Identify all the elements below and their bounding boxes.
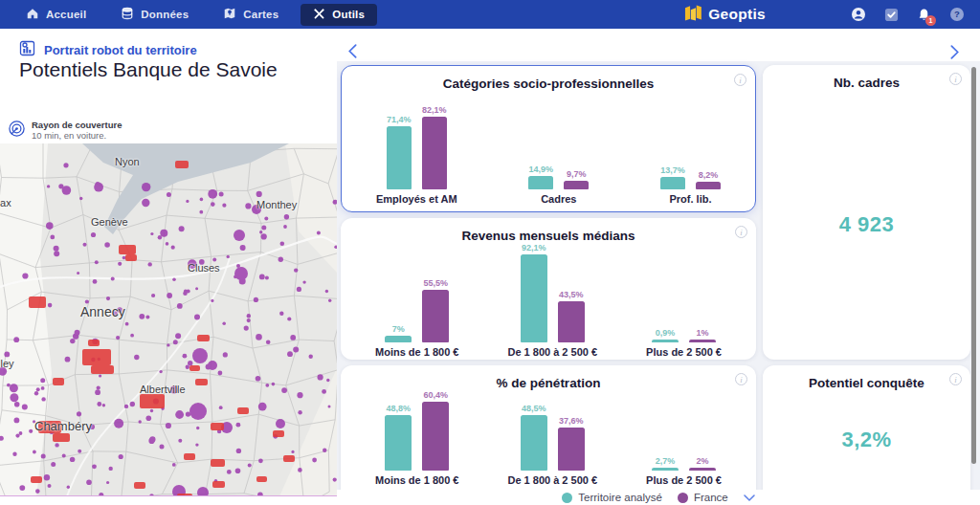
bar-value-label: 60,4% [423, 390, 448, 400]
tools-icon [313, 8, 325, 22]
svg-text:?: ? [954, 9, 960, 19]
bar-territoire-analyse [385, 415, 412, 471]
category-label: De 1 800 à 2 500 € [507, 346, 597, 358]
bar-group: 0,9%1%Plus de 2 500 € [646, 328, 722, 358]
kpi-card-potentiel-conquete[interactable]: Potentiel conquête i 3,2% [763, 365, 970, 505]
legend-chevron-down-icon[interactable] [744, 494, 755, 502]
bar-territoire-analyse [521, 415, 547, 471]
legend-item-territoire-analyse[interactable]: Territoire analysé [562, 492, 662, 503]
bar-value-label: 82,1% [422, 105, 447, 115]
bar-value-label: 37,6% [559, 416, 584, 426]
bar-group: 14,9%9,7%Cadres [528, 165, 589, 205]
bar-territoire-analyse [385, 336, 412, 342]
bar-value-label: 2% [697, 456, 709, 466]
bar-value-label: 13,7% [660, 165, 685, 175]
help-button[interactable]: ? [949, 7, 965, 22]
brand-name: Geoptis [708, 6, 766, 23]
chart-title: Revenus mensuels médians [341, 229, 756, 243]
chart-title: Catégories socio-professionnelles [342, 77, 755, 91]
map-canvas [0, 143, 337, 496]
bar-chart: 7%55,5%Moins de 1 800 €92,1%43,5%De 1 80… [341, 243, 756, 364]
bar-group: 48,8%60,4%Moins de 1 800 € [375, 390, 458, 486]
nav-item-label: Accueil [46, 9, 86, 20]
info-icon[interactable]: i [735, 226, 747, 238]
coverage-label: Rayon de couverture [32, 120, 122, 130]
bar-territoire-analyse [652, 340, 679, 342]
bar-group: 71,4%82,1%Employés et AM [376, 105, 457, 205]
carousel-prev-button[interactable] [345, 43, 360, 63]
info-icon[interactable]: i [949, 373, 962, 385]
category-label: Prof. lib. [670, 193, 712, 205]
kpi-title: Potentiel conquête [763, 376, 970, 390]
bar-value-label: 92,1% [522, 243, 546, 252]
geoptis-logo-icon [684, 4, 702, 25]
bar-value-label: 14,9% [529, 165, 554, 174]
kpi-value: 3,2% [841, 428, 891, 452]
bar-group: 92,1%43,5%De 1 800 à 2 500 € [507, 243, 597, 358]
bar-value-label: 8,2% [699, 170, 719, 180]
bar-france [558, 428, 585, 471]
legend-dot-teal [562, 493, 572, 503]
nav-item-outils[interactable]: Outils [301, 4, 377, 26]
category-label: Moins de 1 800 € [375, 346, 458, 358]
top-navbar: Accueil Données Cartes Outils [0, 0, 980, 29]
legend-label: France [694, 492, 728, 503]
nav-item-label: Outils [332, 9, 365, 20]
notifications-bell-button[interactable]: 1 [917, 8, 931, 22]
left-panel: Portrait robot du territoire Potentiels … [0, 29, 337, 505]
info-icon[interactable]: i [735, 373, 747, 385]
breadcrumb[interactable]: Portrait robot du territoire [19, 40, 197, 60]
bar-group: 7%55,5%Moins de 1 800 € [375, 278, 458, 359]
panel-scrollbar-track[interactable] [970, 61, 977, 490]
category-label: Plus de 2 500 € [646, 346, 722, 358]
bar-france [696, 182, 721, 189]
bar-group: 48,5%37,6%De 1 800 à 2 500 € [507, 404, 597, 486]
bar-territoire-analyse [521, 254, 547, 342]
report-chart-icon [19, 40, 35, 60]
bar-france [558, 301, 585, 343]
info-icon[interactable]: i [734, 74, 746, 86]
bar-value-label: 0,9% [656, 328, 676, 338]
kpi-card-nb-cadres[interactable]: Nb. cadres i 4 923 [763, 65, 970, 360]
info-icon[interactable]: i [949, 73, 962, 85]
bar-value-label: 55,5% [423, 278, 448, 288]
radar-target-icon [8, 120, 26, 142]
navbar-right: Geoptis 1 ? [684, 4, 965, 25]
main-menu: Accueil Données Cartes Outils [13, 3, 377, 26]
database-icon [121, 7, 134, 22]
bar-france [564, 181, 589, 189]
chart-card-pourcentage-penetration[interactable]: % de pénétration i 48,8%60,4%Moins de 1 … [341, 365, 756, 505]
nav-item-donnees[interactable]: Données [108, 3, 201, 26]
category-label: Moins de 1 800 € [375, 474, 458, 486]
bar-group: 2,7%2%Plus de 2 500 € [646, 456, 722, 486]
nav-item-label: Cartes [243, 9, 278, 20]
tasks-checkbox-button[interactable] [884, 8, 899, 22]
panel-scrollbar-thumb[interactable] [971, 67, 976, 464]
bar-group: 13,7%8,2%Prof. lib. [660, 165, 721, 205]
nav-item-label: Données [141, 9, 189, 20]
nav-item-accueil[interactable]: Accueil [13, 3, 99, 26]
category-label: Plus de 2 500 € [646, 474, 722, 486]
bar-france [422, 290, 449, 343]
bar-value-label: 48,5% [522, 404, 546, 413]
chart-card-categories-socio-professionnelles[interactable]: Catégories socio-professionnelles i 71,4… [341, 65, 756, 212]
page-title: Potentiels Banque de Savoie [19, 58, 278, 81]
carousel-next-button[interactable] [947, 44, 962, 64]
bar-france [422, 117, 447, 189]
legend-item-france[interactable]: France [678, 492, 728, 503]
kpi-title: Nb. cadres [763, 76, 970, 90]
bar-value-label: 43,5% [559, 290, 584, 299]
bar-chart: 71,4%82,1%Employés et AM14,9%9,7%Cadres1… [342, 91, 755, 211]
kpi-value: 4 923 [839, 212, 895, 237]
bar-france [689, 468, 716, 471]
account-button[interactable] [851, 7, 866, 22]
bar-territoire-analyse [660, 177, 685, 189]
bar-chart: 48,8%60,4%Moins de 1 800 €48,5%37,6%De 1… [341, 390, 756, 493]
brand-logo: Geoptis [684, 4, 766, 25]
chart-card-revenus-mensuels-medians[interactable]: Revenus mensuels médians i 7%55,5%Moins … [341, 218, 756, 360]
bar-value-label: 1% [697, 328, 709, 338]
bar-territoire-analyse [528, 176, 553, 189]
bar-france [422, 402, 449, 471]
nav-item-cartes[interactable]: Cartes [211, 3, 291, 26]
territory-map[interactable]: NyonMontheyGenèveClusesAnnecyAlbertville… [0, 143, 337, 496]
